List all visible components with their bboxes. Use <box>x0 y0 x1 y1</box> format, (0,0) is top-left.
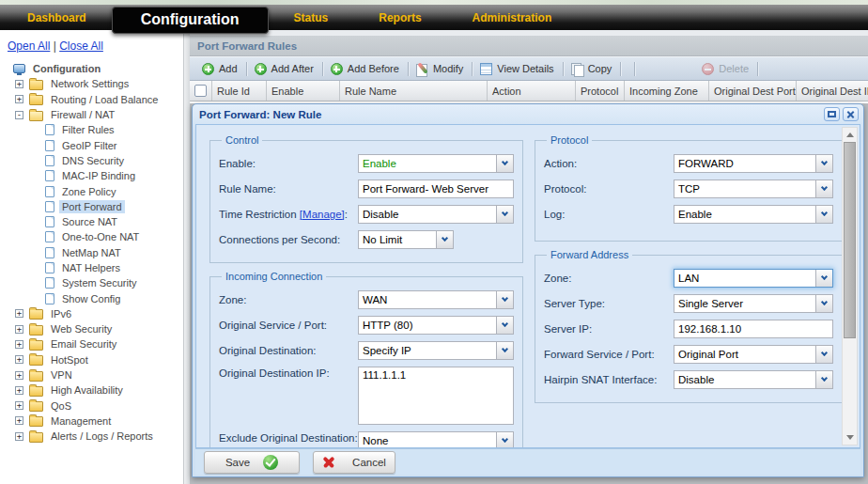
tree-expander-icon[interactable]: + <box>15 80 23 88</box>
grid-column-header[interactable]: Action <box>488 81 576 101</box>
tree-item[interactable]: DNS Security <box>6 153 183 168</box>
manage-link[interactable]: [Manage] <box>300 209 345 220</box>
tree-item[interactable]: MAC-IP Binding <box>6 168 183 183</box>
cps-select[interactable]: No Limit <box>358 230 454 249</box>
scroll-up-icon[interactable] <box>843 128 857 142</box>
maximize-icon[interactable] <box>824 107 840 121</box>
tree-item[interactable]: Source NAT <box>6 214 183 229</box>
tree-item[interactable]: + Routing / Load Balance <box>6 92 183 107</box>
tree-item[interactable]: NAT Helpers <box>6 260 183 275</box>
chevron-down-icon[interactable] <box>496 317 513 334</box>
protocol-select[interactable]: TCP <box>674 180 833 198</box>
forward-service-select[interactable]: Original Port <box>674 345 833 364</box>
tree-item[interactable]: + Alerts / Logs / Reports <box>6 429 183 444</box>
chevron-down-icon[interactable] <box>496 432 513 448</box>
tree-item[interactable]: + Management <box>6 414 183 429</box>
tree-item[interactable]: + Web Security <box>6 321 183 336</box>
chevron-down-icon[interactable] <box>496 155 513 172</box>
chevron-down-icon[interactable] <box>815 346 832 363</box>
tree-item[interactable]: + VPN <box>6 367 183 383</box>
grid-column-header[interactable]: Rule Id <box>212 81 267 101</box>
incoming-zone-select[interactable]: WAN <box>358 290 514 309</box>
server-ip-input[interactable] <box>674 320 833 338</box>
toolbar-button[interactable]: Copy <box>564 57 622 80</box>
toolbar-button[interactable] <box>621 57 694 80</box>
tree-item[interactable]: System Security <box>6 275 183 290</box>
tree-item[interactable]: + High Availability <box>6 383 183 398</box>
chevron-down-icon[interactable] <box>436 231 453 248</box>
nav-item[interactable]: Reports <box>353 11 446 24</box>
tree-item[interactable]: NetMap NAT <box>6 245 183 260</box>
nav-item[interactable]: Status <box>269 11 354 24</box>
chevron-down-icon[interactable] <box>496 342 513 359</box>
toolbar-button[interactable]: Add Before <box>323 57 409 80</box>
enable-select[interactable]: Enable <box>358 154 514 173</box>
chevron-down-icon[interactable] <box>815 295 832 312</box>
toolbar-button[interactable]: Add After <box>247 57 323 80</box>
tree-expander-icon[interactable]: + <box>15 325 23 334</box>
grid-column-header[interactable]: Enable <box>267 81 340 101</box>
tree-item[interactable]: + HotSpot <box>6 352 183 367</box>
tree-item[interactable]: Port Forward <box>6 199 183 214</box>
chevron-down-icon[interactable] <box>815 155 832 172</box>
save-button[interactable]: Save <box>204 451 300 474</box>
nav-item[interactable]: Dashboard <box>2 11 112 24</box>
close-icon[interactable] <box>843 107 859 121</box>
toolbar-button[interactable]: View Details <box>473 57 563 80</box>
dialog-scrollbar[interactable] <box>842 127 858 445</box>
dialog-header[interactable]: Port Forward: New Rule <box>193 104 863 124</box>
tree-item[interactable]: Zone Policy <box>6 183 183 198</box>
tree-item[interactable]: GeoIP Filter <box>6 137 183 152</box>
nav-item[interactable]: Configuration <box>112 7 269 34</box>
tree-item[interactable]: + QoS <box>6 398 183 414</box>
tree-item[interactable]: - Firewall / NAT <box>6 107 183 122</box>
chevron-down-icon[interactable] <box>496 291 513 308</box>
tree-expander-icon[interactable]: + <box>15 95 23 103</box>
toolbar-button[interactable]: Delete <box>694 57 758 80</box>
grid-column-header[interactable]: Original Dest IP <box>797 81 868 101</box>
grid-column-header[interactable]: Incoming Zone <box>625 81 709 101</box>
grid-column-header[interactable]: Rule Name <box>340 81 488 101</box>
scrollbar-thumb[interactable] <box>844 142 856 338</box>
tree-expander-icon[interactable]: + <box>15 309 23 318</box>
exclude-original-destination-select[interactable]: None <box>358 431 514 448</box>
chevron-down-icon[interactable] <box>815 270 832 287</box>
tree-item[interactable]: One-to-One NAT <box>6 229 183 244</box>
tree-item[interactable]: + IPv6 <box>6 306 183 321</box>
cancel-button[interactable]: Cancel <box>313 451 395 474</box>
rule-name-input[interactable] <box>358 180 514 198</box>
nav-item[interactable]: Administration <box>447 11 578 24</box>
forward-zone-select[interactable]: LAN <box>674 269 833 288</box>
tree-item[interactable]: Show Config <box>6 290 183 305</box>
original-destination-select[interactable]: Specify IP <box>358 341 514 360</box>
tree-item[interactable]: Configuration <box>6 61 183 76</box>
tree-item[interactable]: Filter Rules <box>6 122 183 137</box>
log-select[interactable]: Enable <box>674 205 833 224</box>
tree-expander-icon[interactable]: + <box>15 401 23 410</box>
tree-expander-icon[interactable]: + <box>15 340 23 349</box>
tree-expander-icon[interactable]: - <box>15 111 23 119</box>
toolbar-button[interactable]: Modify <box>409 57 473 80</box>
grid-column-header[interactable]: Protocol <box>576 81 625 101</box>
server-type-select[interactable]: Single Server <box>674 294 833 313</box>
tree-expander-icon[interactable]: + <box>15 355 23 364</box>
original-service-select[interactable]: HTTP (80) <box>358 316 514 335</box>
tree-expander-icon[interactable]: + <box>15 386 23 395</box>
open-all-link[interactable]: Open All <box>8 39 50 53</box>
chevron-down-icon[interactable] <box>496 206 513 223</box>
action-select[interactable]: FORWARD <box>674 154 833 173</box>
tree-expander-icon[interactable]: + <box>15 432 23 441</box>
toolbar-button[interactable]: Add <box>194 57 247 80</box>
select-all-checkbox[interactable] <box>194 85 207 97</box>
chevron-down-icon[interactable] <box>815 206 832 223</box>
original-destination-ip-textarea[interactable]: 111.1.1.1 <box>358 367 514 425</box>
sidebar-splitter[interactable] <box>183 30 190 484</box>
scroll-down-icon[interactable] <box>843 430 857 445</box>
time-restriction-select[interactable]: Disable <box>358 205 514 224</box>
tree-expander-icon[interactable]: + <box>15 416 23 425</box>
chevron-down-icon[interactable] <box>815 180 832 197</box>
chevron-down-icon[interactable] <box>815 371 832 388</box>
tree-item[interactable]: + Network Settings <box>6 76 183 91</box>
grid-column-header[interactable]: Original Dest Port <box>709 81 797 101</box>
tree-expander-icon[interactable]: + <box>15 371 23 380</box>
